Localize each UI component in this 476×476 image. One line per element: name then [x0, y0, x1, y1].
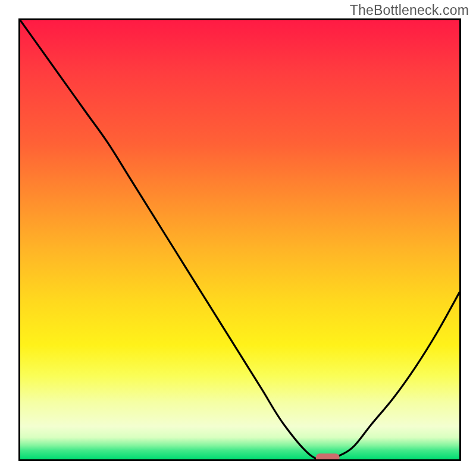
plot-area [18, 18, 461, 461]
watermark-text: TheBottleneck.com [350, 2, 469, 18]
chart-container: TheBottleneck.com [0, 0, 476, 476]
chart-background-gradient [20, 20, 459, 459]
